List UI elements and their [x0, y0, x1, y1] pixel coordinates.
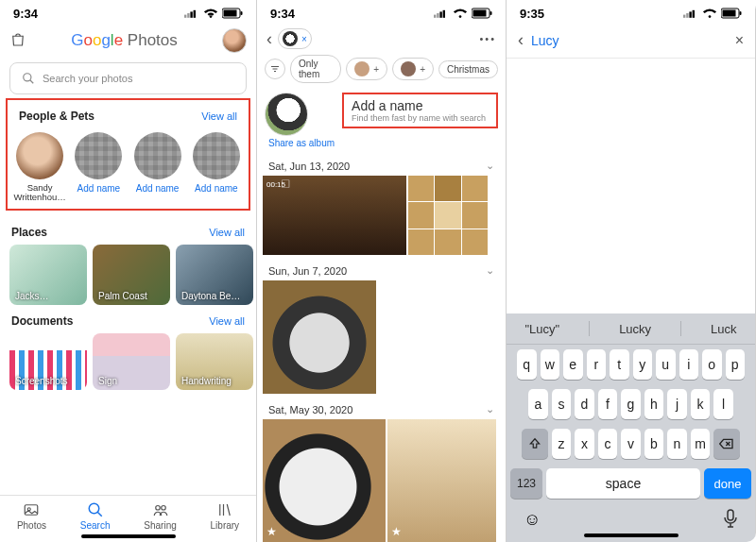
photo-thumbnail[interactable]: ★ [387, 419, 496, 542]
photo-thumbnail[interactable]: 00:15 ⃞ [263, 176, 406, 255]
chip-only-them[interactable]: Only them [290, 55, 341, 83]
clear-icon[interactable]: × [735, 32, 744, 49]
done-key[interactable]: done [704, 468, 751, 499]
numbers-key[interactable]: 123 [510, 468, 542, 499]
back-button[interactable]: ‹ [518, 30, 524, 50]
person-item[interactable]: Add name [190, 132, 243, 203]
key-t[interactable]: t [610, 349, 629, 380]
space-key[interactable]: space [546, 468, 700, 499]
close-icon[interactable]: × [301, 34, 307, 44]
key-z[interactable]: z [552, 429, 572, 459]
key-o[interactable]: o [702, 349, 722, 380]
key-d[interactable]: d [575, 389, 594, 419]
svg-point-4 [210, 15, 213, 18]
key-l[interactable]: l [713, 389, 733, 419]
battery-icon [721, 8, 742, 19]
key-e[interactable]: e [563, 349, 583, 380]
add-name-link[interactable]: Add name [131, 183, 184, 194]
key-s[interactable]: s [552, 389, 572, 419]
view-all-people[interactable]: View all [201, 110, 237, 122]
view-all-documents[interactable]: View all [209, 315, 245, 327]
add-name-link[interactable]: Add name [72, 183, 125, 194]
person-item[interactable]: Sandy Writtenhou… [13, 132, 66, 203]
person-item[interactable]: Add name [72, 132, 125, 203]
photo-thumbnail[interactable]: ★ [263, 419, 386, 542]
chevron-down-icon[interactable]: ⌄ [486, 403, 494, 415]
key-v[interactable]: v [621, 429, 641, 459]
key-n[interactable]: n [667, 429, 687, 459]
view-all-places[interactable]: View all [209, 227, 245, 238]
backspace-key[interactable] [713, 429, 740, 459]
add-name-highlight[interactable]: Add a name Find them fast by name with s… [342, 93, 498, 128]
chevron-down-icon[interactable]: ⌄ [486, 264, 494, 277]
selected-face-chip[interactable]: × [278, 28, 312, 49]
key-u[interactable]: u [656, 349, 676, 380]
key-b[interactable]: b [644, 429, 664, 459]
search-input[interactable]: Search your photos [9, 62, 247, 94]
key-w[interactable]: w [541, 349, 560, 380]
photo-thumbnail[interactable] [408, 176, 488, 255]
svg-rect-33 [723, 10, 736, 17]
filter-button[interactable] [265, 59, 285, 79]
photo-thumbnail[interactable] [263, 280, 376, 394]
account-avatar[interactable] [222, 28, 247, 53]
search-placeholder: Search your photos [43, 73, 132, 84]
share-as-album[interactable]: Share as album [265, 138, 335, 148]
svg-rect-22 [473, 10, 487, 17]
suggestion[interactable]: Luck [711, 322, 736, 336]
back-button[interactable]: ‹ [266, 29, 272, 49]
mic-key[interactable] [723, 509, 738, 530]
svg-rect-37 [728, 510, 733, 520]
suggestion[interactable]: Lucky [619, 322, 651, 336]
suggestion[interactable]: "Lucy" [524, 322, 559, 336]
key-r[interactable]: r [587, 349, 607, 380]
place-item[interactable]: Jacks… [9, 245, 87, 305]
key-a[interactable]: a [528, 389, 548, 419]
place-item[interactable]: Palm Coast [93, 245, 170, 305]
tab-library[interactable]: Library [211, 501, 240, 531]
place-item[interactable]: Daytona Be… [176, 245, 253, 305]
battery-icon [472, 8, 492, 19]
key-f[interactable]: f [598, 389, 618, 419]
home-indicator[interactable] [81, 534, 176, 538]
add-name-title: Add a name [352, 98, 489, 113]
key-q[interactable]: q [517, 349, 537, 380]
google-photos-logo: Google Photos [71, 31, 178, 50]
document-item[interactable]: Screenshots [9, 333, 87, 390]
key-k[interactable]: k [691, 389, 711, 419]
person-icon [401, 61, 416, 76]
shopping-bag-icon[interactable] [9, 31, 26, 50]
chip-add-person[interactable]: + [392, 58, 434, 80]
emoji-key[interactable]: ☺ [524, 510, 541, 530]
home-indicator[interactable] [584, 534, 679, 537]
key-c[interactable]: c [598, 429, 618, 459]
star-icon: ★ [266, 525, 277, 538]
add-name-link[interactable]: Add name [190, 183, 243, 194]
shift-key[interactable] [522, 429, 548, 459]
key-p[interactable]: p [726, 349, 746, 380]
key-m[interactable]: m [691, 429, 711, 459]
more-options-icon[interactable]: ••• [479, 33, 496, 44]
pet-hero-avatar[interactable] [265, 93, 308, 136]
document-item[interactable]: Sign [93, 333, 170, 390]
status-time: 9:34 [13, 7, 38, 21]
key-j[interactable]: j [667, 389, 687, 419]
person-item[interactable]: Add name [131, 132, 184, 203]
place-label: Jacks… [15, 291, 49, 301]
key-x[interactable]: x [575, 429, 594, 459]
svg-rect-18 [439, 11, 441, 17]
tab-sharing[interactable]: Sharing [144, 501, 176, 531]
chip-add-person[interactable]: + [346, 58, 387, 80]
key-y[interactable]: y [633, 349, 653, 380]
key-h[interactable]: h [644, 389, 664, 419]
key-i[interactable]: i [679, 349, 699, 380]
tab-search[interactable]: Search [80, 501, 111, 531]
chip-christmas[interactable]: Christmas [438, 60, 498, 78]
name-input[interactable] [531, 33, 728, 48]
svg-point-14 [155, 506, 160, 511]
svg-rect-30 [693, 10, 695, 18]
tab-photos[interactable]: Photos [17, 501, 46, 531]
document-item[interactable]: Handwriting [176, 333, 253, 390]
key-g[interactable]: g [621, 389, 641, 419]
chevron-down-icon[interactable]: ⌄ [486, 160, 494, 172]
